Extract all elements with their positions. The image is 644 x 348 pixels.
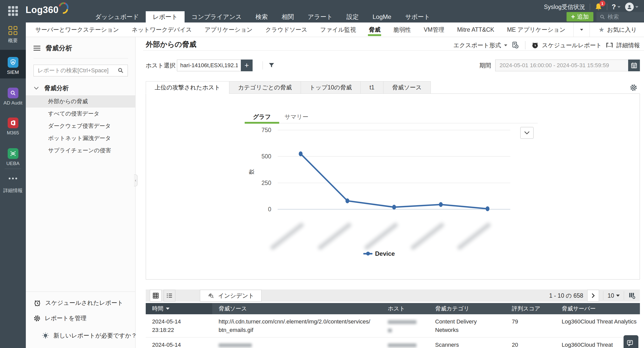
chevron-down-icon xyxy=(580,29,583,31)
column-header-threat-server[interactable]: 脅威サーバー xyxy=(555,303,640,314)
export-format-dropdown[interactable]: エクスポート形式 xyxy=(453,41,507,49)
list-view-button[interactable] xyxy=(164,290,175,301)
tab-settings-gear-icon[interactable] xyxy=(630,84,637,91)
collapse-chart-button[interactable] xyxy=(520,127,534,139)
divider xyxy=(33,58,128,59)
tab-reports[interactable]: レポート xyxy=(146,11,185,22)
tab-threat-sources[interactable]: 脅威ソース xyxy=(383,81,431,94)
chevron-down-icon xyxy=(504,44,507,46)
overview-grid-icon xyxy=(8,26,18,35)
sidebar-title: 脅威分析 xyxy=(46,44,72,53)
sidebar-item-supply-chain-breach[interactable]: サプライチェーンの侵害 xyxy=(26,144,135,157)
syslog-status-link[interactable]: Syslog受信状況 xyxy=(544,3,585,11)
module-rail: 概要 SIEM AD Audit xyxy=(0,22,26,348)
tab-search[interactable]: 検索 xyxy=(249,11,275,22)
tab-threats-by-category[interactable]: カテゴリごとの脅威 xyxy=(229,81,301,94)
add-host-button[interactable]: + xyxy=(241,60,253,71)
column-header-time[interactable]: 時間 xyxy=(146,303,212,314)
rail-item-siem[interactable]: SIEM xyxy=(0,50,26,78)
subnav-mitre-attck[interactable]: Mitre ATT&CK xyxy=(451,22,501,37)
feedback-chat-button[interactable] xyxy=(624,335,638,348)
divider xyxy=(525,41,525,49)
add-button[interactable]: + 追加 xyxy=(567,12,593,21)
table-row[interactable]: 2024-05-14 Scanners 20 Log360Cloud Threa… xyxy=(146,338,640,348)
next-page-button[interactable] xyxy=(587,290,599,301)
sidebar-collapse-handle[interactable]: ‹ xyxy=(134,175,138,186)
tab-correlation[interactable]: 相関 xyxy=(275,11,301,22)
subnav-vm-management[interactable]: VM管理 xyxy=(417,22,451,37)
grid-view-button[interactable] xyxy=(150,290,162,301)
tab-top10-threats[interactable]: トップ10の脅威 xyxy=(301,81,361,94)
global-search[interactable] xyxy=(596,12,644,21)
host-select-label: ホスト選択 xyxy=(146,60,176,71)
subnav-cloud-sources[interactable]: クラウドソース xyxy=(259,22,314,37)
divider xyxy=(263,61,263,69)
subnav-applications[interactable]: アプリケーション xyxy=(198,22,259,37)
table-header-row: 時間 脅威ソース ホスト 脅威カテゴリ 評判スコア 脅威サーバー xyxy=(146,303,640,314)
rail-item-m365[interactable]: M365 xyxy=(0,118,26,136)
global-search-input[interactable] xyxy=(608,14,638,20)
period-label: 期間 xyxy=(479,62,491,69)
apps-grid-icon[interactable] xyxy=(8,6,18,16)
manage-reports-link[interactable]: レポートを管理 xyxy=(33,314,86,322)
tab-logme[interactable]: LogMe xyxy=(366,11,398,22)
sidebar-item-botnet-leak-data[interactable]: ボットネット漏洩データ xyxy=(26,132,135,144)
column-header-host[interactable]: ホスト xyxy=(381,303,429,314)
rail-item-ueba[interactable]: UEBA xyxy=(0,148,26,166)
sidebar-group-label: 脅威分析 xyxy=(44,84,69,92)
tab-dashboard[interactable]: ダッシュボード xyxy=(88,11,146,22)
add-column-icon[interactable] xyxy=(628,292,636,299)
subnav-file-monitoring[interactable]: ファイル監視 xyxy=(314,22,362,37)
tab-t1[interactable]: t1 xyxy=(360,81,383,94)
cell-threat-category: Content Delivery Networks xyxy=(429,314,505,337)
scheduled-reports-link[interactable]: スケジュールされたレポート xyxy=(33,299,123,307)
rail-item-overview[interactable]: 概要 xyxy=(0,26,26,44)
column-header-threat-category[interactable]: 脅威カテゴリ xyxy=(429,303,505,314)
search-icon[interactable] xyxy=(117,67,124,74)
tab-alerts[interactable]: アラート xyxy=(301,11,340,22)
table-row[interactable]: 2024-05-14 23:18:22 http://i.cdn.turner.… xyxy=(146,314,640,338)
sidebar-item-all-breach-data[interactable]: すべての侵害データ xyxy=(26,108,135,120)
subnav-servers-workstations[interactable]: サーバーとワークステーション xyxy=(29,22,125,37)
subnav-network-devices[interactable]: ネットワークデバイス xyxy=(125,22,198,37)
subnav-vulnerability[interactable]: 脆弱性 xyxy=(387,22,417,37)
subnav-more-button[interactable] xyxy=(573,22,590,37)
page-size-dropdown[interactable]: 10 xyxy=(607,292,620,299)
grid-view-icon xyxy=(152,292,159,299)
user-menu-button[interactable] xyxy=(625,3,638,11)
date-range-input[interactable] xyxy=(495,60,628,71)
schedule-report-button[interactable]: スケジュールレポート xyxy=(531,41,602,49)
export-history-icon[interactable] xyxy=(511,41,519,49)
notifications-button[interactable]: 1 xyxy=(595,3,602,11)
help-button[interactable]: ? xyxy=(612,3,621,11)
favorites-button[interactable]: ★ お気に入り xyxy=(598,26,637,34)
subnav-me-applications[interactable]: ME アプリケーション xyxy=(501,22,572,37)
rail-label: 概要 xyxy=(0,37,26,44)
filter-funnel-icon[interactable] xyxy=(268,62,275,69)
chart-legend[interactable]: Device xyxy=(363,250,395,257)
sidebar-item-darkweb-breach-data[interactable]: ダークウェブ侵害データ xyxy=(26,120,135,132)
subnav-threats[interactable]: 脅威 xyxy=(362,22,387,37)
tab-support[interactable]: サポート xyxy=(398,11,437,22)
siem-shield-icon xyxy=(8,57,18,68)
more-dots-icon[interactable] xyxy=(0,176,26,180)
report-sidebar: 脅威分析 脅威分析 外部からの脅威 すべての侵害データ ダークウェブ侵害データ … xyxy=(26,37,135,348)
tab-settings[interactable]: 設定 xyxy=(340,11,366,22)
logo-text: Log360 xyxy=(26,5,59,15)
sidebar-group-threat-analytics[interactable]: 脅威分析 xyxy=(26,79,135,95)
tab-top-attacked-hosts[interactable]: 上位の攻撃されたホスト xyxy=(146,81,229,94)
rail-item-details[interactable]: 詳細情報 xyxy=(0,187,26,194)
incident-button[interactable]: インシデント xyxy=(200,290,262,301)
host-select-input[interactable] xyxy=(177,60,241,71)
column-header-threat-source[interactable]: 脅威ソース xyxy=(212,303,381,314)
hamburger-icon[interactable] xyxy=(33,46,40,51)
tab-compliance[interactable]: コンプライアンス xyxy=(185,11,249,22)
report-search-input[interactable] xyxy=(33,65,128,76)
sidebar-item-external-threats[interactable]: 外部からの脅威 xyxy=(26,95,135,108)
rail-item-ad-audit[interactable]: AD Audit xyxy=(0,88,26,106)
favorites-label: お気に入り xyxy=(607,26,637,34)
details-button[interactable]: 詳細情報 xyxy=(606,41,640,49)
calendar-button[interactable] xyxy=(628,60,640,71)
need-new-report-link[interactable]: 新しいレポートが必要ですか？ xyxy=(42,332,137,340)
column-header-reputation-score[interactable]: 評判スコア xyxy=(505,303,555,314)
